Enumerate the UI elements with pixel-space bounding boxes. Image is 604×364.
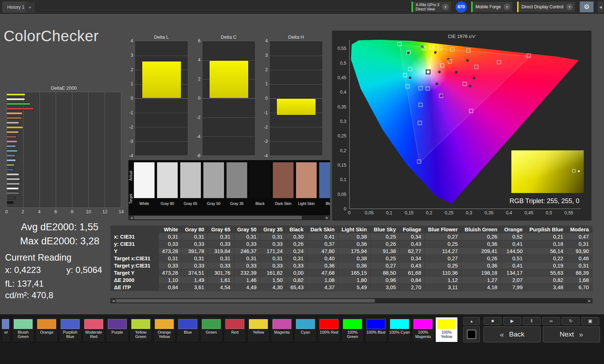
table-cell: 161,82 bbox=[260, 269, 286, 277]
table-cell: 4,18 bbox=[461, 284, 500, 291]
column-header: Black bbox=[286, 226, 307, 233]
patch-100-magenta[interactable]: 100% Magenta bbox=[412, 317, 434, 342]
scroll-right-icon[interactable]: ▶ bbox=[587, 299, 592, 303]
patch-moderate-red[interactable]: Moderate Red bbox=[83, 317, 105, 342]
table-cell: 0,31 bbox=[567, 240, 592, 248]
table-scrollbar[interactable]: ◀ ▶ bbox=[110, 298, 592, 303]
deltae-bar bbox=[7, 159, 16, 162]
deltae-bar bbox=[7, 164, 14, 166]
meter-selector[interactable]: X-Rite i1Pro 3 Direct View ▼ bbox=[411, 1, 451, 12]
table-cell: 114,27 bbox=[425, 248, 461, 255]
table-cell: 4,37 bbox=[307, 284, 338, 291]
table-cell: 0,41 bbox=[501, 240, 526, 248]
infinity-icon[interactable]: ∞ bbox=[542, 317, 560, 325]
chevron-down-icon[interactable]: ▼ bbox=[442, 4, 449, 10]
actual-row-label: Actual bbox=[129, 163, 134, 188]
patch-yellow[interactable]: Yellow bbox=[247, 317, 270, 342]
table-cell: 0,33 bbox=[159, 262, 181, 269]
table-cell: 61,68 bbox=[399, 269, 425, 277]
back-button[interactable]: « Back bbox=[483, 326, 541, 342]
target-point bbox=[419, 103, 423, 107]
color-swatch: Gray 80 bbox=[157, 162, 178, 206]
stop-icon[interactable]: ■ bbox=[483, 317, 502, 325]
deltae-bar bbox=[7, 107, 34, 110]
patch-100-yellow[interactable]: 100% Yellow bbox=[435, 317, 458, 342]
window-icon[interactable]: ▣ bbox=[581, 317, 599, 325]
display-control-selector[interactable]: Direct Display Control ▼ bbox=[517, 1, 575, 12]
scroll-left-icon[interactable]: ◀ bbox=[129, 215, 134, 220]
table-cell: 0,31 bbox=[234, 233, 260, 240]
column-header: White bbox=[159, 226, 181, 233]
deltae-bar bbox=[7, 145, 16, 147]
play-icon[interactable]: ▶ bbox=[503, 317, 521, 325]
deltae-bar bbox=[7, 173, 19, 176]
scroll-right-icon[interactable]: ▶ bbox=[325, 215, 330, 220]
target-point bbox=[440, 63, 444, 67]
table-cell: 3,61 bbox=[182, 284, 208, 291]
patch-orange-yellow[interactable]: Orange Yellow bbox=[153, 317, 176, 342]
table-cell: 3,48 bbox=[526, 284, 566, 291]
measured-point bbox=[473, 77, 475, 80]
patch-yellow-green[interactable]: Yellow Green bbox=[130, 317, 152, 342]
gear-icon[interactable]: ⚙ bbox=[580, 1, 594, 12]
scroll-left-icon[interactable]: ◀ bbox=[111, 299, 116, 303]
patch-blue[interactable]: Blue bbox=[177, 317, 199, 342]
swatch-row: WhiteGray 80Gray 65Gray 50Gray 35BlackDa… bbox=[134, 162, 330, 206]
column-header: Blue Flower bbox=[425, 226, 461, 233]
deltae-bar bbox=[7, 121, 19, 124]
screen-icon bbox=[467, 330, 476, 339]
add-tab-button[interactable]: + bbox=[25, 2, 35, 13]
source-selector[interactable]: Mobile Forge ▼ bbox=[471, 1, 513, 12]
chart-title: Delta C bbox=[202, 34, 255, 40]
patch-purple[interactable]: Purple bbox=[106, 317, 128, 342]
rgb-triplet-label: RGB Triplet: 255, 255, 0 bbox=[510, 197, 579, 205]
patch-100-cyan[interactable]: 100% Cyan bbox=[388, 317, 411, 342]
measured-point bbox=[469, 85, 471, 87]
bottom-strip: erBluish GreenOrangePurplish BlueModerat… bbox=[0, 314, 604, 364]
table-cell: 62,77 bbox=[399, 248, 425, 255]
collapse-up-icon[interactable]: ▲ bbox=[463, 317, 480, 325]
patch-er[interactable]: er bbox=[1, 317, 11, 342]
scrollbar-thumb[interactable] bbox=[116, 299, 375, 303]
patch-purplish-blue[interactable]: Purplish Blue bbox=[59, 317, 81, 342]
patch-100-blue[interactable]: 100% Blue bbox=[365, 317, 387, 342]
target-point bbox=[466, 48, 470, 52]
table-cell: 1,49 bbox=[182, 277, 208, 284]
table-cell: 47,68 bbox=[307, 269, 338, 277]
table-cell: 1,61 bbox=[208, 277, 234, 284]
table-cell: 0,30 bbox=[286, 233, 307, 240]
table-cell: 0,31 bbox=[567, 262, 592, 269]
patch-green[interactable]: Green bbox=[200, 317, 223, 342]
target-point bbox=[426, 87, 430, 91]
table-cell: 0,25 bbox=[425, 240, 461, 248]
deltae-bar bbox=[7, 112, 22, 115]
patch-100-green[interactable]: 100% Green bbox=[341, 317, 364, 342]
selected-point bbox=[426, 70, 431, 74]
delta-h-chart: Delta H 43210-1-2-3-4 bbox=[258, 34, 324, 164]
patch-color-inset bbox=[511, 150, 584, 193]
display-window-button[interactable] bbox=[463, 326, 480, 342]
target-point bbox=[438, 46, 442, 50]
target-point bbox=[469, 109, 473, 113]
column-header: Gray 35 bbox=[260, 226, 286, 233]
patch-orange[interactable]: Orange bbox=[35, 317, 58, 342]
patch-magenta[interactable]: Magenta bbox=[271, 317, 293, 342]
deltae-bar bbox=[7, 178, 20, 180]
delta-bar bbox=[142, 61, 182, 98]
patch-cyan[interactable]: Cyan bbox=[294, 317, 317, 342]
table-cell: 0,47 bbox=[567, 233, 592, 240]
scrollbar-thumb[interactable] bbox=[134, 216, 302, 219]
next-button[interactable]: Next » bbox=[543, 326, 600, 342]
patch-bluish-green[interactable]: Bluish Green bbox=[12, 317, 34, 342]
table-cell: 55,63 bbox=[526, 269, 566, 277]
loop-icon[interactable]: ↻ bbox=[562, 317, 580, 325]
pause-icon[interactable]: ‖ bbox=[523, 317, 541, 325]
chevron-down-icon[interactable]: ▼ bbox=[566, 4, 573, 10]
table-cell: 1,27 bbox=[461, 277, 500, 284]
swatch-scrollbar[interactable]: ◀ ▶ bbox=[128, 215, 330, 220]
table-cell: 0,36 bbox=[338, 240, 370, 248]
chevron-down-icon[interactable]: ▼ bbox=[504, 4, 510, 10]
collapse-panel-icon[interactable]: ◀ bbox=[598, 1, 603, 12]
patch-100-red[interactable]: 100% Red bbox=[318, 317, 340, 342]
patch-red[interactable]: Red bbox=[224, 317, 246, 342]
